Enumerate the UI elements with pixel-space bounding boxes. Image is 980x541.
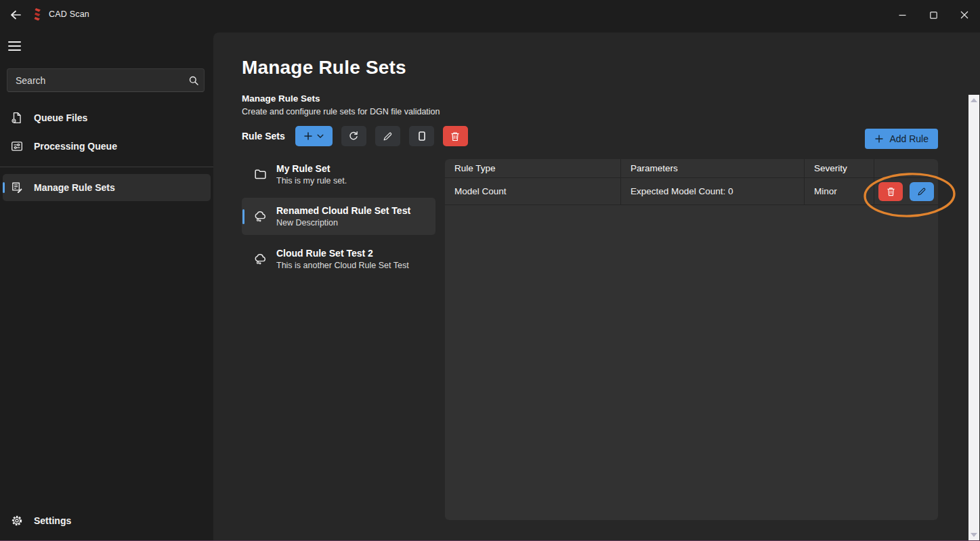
pencil-icon	[383, 131, 393, 142]
hamburger-menu-button[interactable]	[5, 37, 26, 56]
column-header-rule-type: Rule Type	[445, 159, 621, 177]
sidebar-item-queue-files[interactable]: Queue Files	[3, 104, 211, 131]
processing-queue-icon	[11, 140, 23, 152]
minimize-button[interactable]	[887, 0, 918, 30]
app-title: CAD Scan	[49, 9, 89, 19]
rule-set-description: This is my rule set.	[276, 176, 347, 186]
rule-set-name: Cloud Rule Set Test 2	[276, 248, 409, 259]
gear-icon	[11, 515, 23, 527]
scroll-up-icon[interactable]	[971, 98, 977, 102]
refresh-rule-sets-button[interactable]	[341, 126, 366, 146]
back-arrow-icon	[9, 9, 22, 20]
add-rule-button[interactable]: Add Rule	[865, 129, 938, 149]
trash-icon	[887, 187, 895, 196]
sidebar-item-manage-rule-sets[interactable]: Manage Rule Sets	[3, 174, 211, 201]
rule-set-item-renamed-cloud[interactable]: Renamed Cloud Rule Set Test New Descript…	[242, 198, 435, 235]
maximize-button[interactable]	[918, 0, 949, 30]
search-box	[7, 68, 205, 92]
selected-indicator	[3, 182, 5, 193]
actions-cell	[874, 178, 938, 204]
close-icon	[960, 11, 968, 19]
folder-icon	[254, 168, 267, 181]
file-queue-icon	[11, 112, 23, 124]
minimize-icon	[899, 12, 906, 19]
search-input[interactable]	[7, 75, 184, 86]
maximize-icon	[930, 12, 937, 19]
rule-set-name: Renamed Cloud Rule Set Test	[276, 205, 410, 216]
scroll-down-icon[interactable]	[971, 533, 977, 537]
edit-rule-button[interactable]	[910, 182, 934, 201]
sidebar: Queue Files Processing Queue Manage Ru	[0, 30, 213, 541]
sidebar-item-label: Manage Rule Sets	[34, 182, 115, 193]
cloud-icon	[254, 210, 267, 223]
add-rule-label: Add Rule	[889, 133, 929, 144]
sidebar-item-label: Queue Files	[34, 112, 87, 123]
cloud-icon	[254, 253, 267, 265]
titlebar: CAD Scan	[0, 0, 980, 30]
edit-rule-set-button[interactable]	[375, 126, 400, 146]
rule-set-description: This is another Cloud Rule Set Test	[276, 261, 409, 270]
vertical-scrollbar[interactable]	[968, 95, 979, 540]
rules-table-header: Rule Type Parameters Severity	[445, 159, 938, 178]
rule-table-row: Model Count Expected Model Count: 0 Mino…	[445, 178, 938, 205]
chevron-down-icon	[317, 134, 324, 139]
add-rule-set-split-button[interactable]	[295, 126, 333, 146]
pencil-icon	[917, 187, 926, 196]
plus-icon	[303, 131, 313, 141]
sidebar-item-processing-queue[interactable]: Processing Queue	[3, 133, 211, 160]
rule-set-item-cloud-test-2[interactable]: Cloud Rule Set Test 2 This is another Cl…	[242, 242, 435, 276]
copy-icon	[417, 131, 427, 142]
column-header-actions	[874, 159, 938, 177]
close-button[interactable]	[949, 0, 980, 30]
trash-icon	[450, 131, 460, 142]
column-header-parameters: Parameters	[621, 159, 805, 177]
settings-container: Settings	[0, 506, 213, 536]
delete-rule-button[interactable]	[878, 182, 903, 201]
rules-table-panel: Rule Type Parameters Severity Model Coun…	[445, 159, 938, 520]
column-header-severity: Severity	[805, 159, 874, 177]
rule-type-cell: Model Count	[445, 178, 621, 204]
app-logo-icon	[33, 7, 44, 22]
back-button[interactable]	[5, 6, 26, 24]
rule-sets-toolbar: Rule Sets	[242, 126, 477, 146]
duplicate-rule-set-button[interactable]	[409, 126, 434, 146]
selected-indicator	[242, 209, 244, 224]
rule-sets-icon	[11, 181, 23, 194]
rule-set-item-my-rule-set[interactable]: My Rule Set This is my rule set.	[242, 157, 435, 191]
delete-rule-set-button[interactable]	[443, 126, 468, 146]
sidebar-divider	[0, 167, 213, 167]
main-panel: Manage Rule Sets Manage Rule Sets Create…	[213, 33, 980, 541]
plus-icon	[874, 134, 884, 144]
page-title: Manage Rule Sets	[242, 57, 406, 79]
search-icon[interactable]	[184, 75, 204, 86]
sidebar-item-settings[interactable]: Settings	[3, 507, 211, 534]
refresh-icon	[348, 131, 359, 142]
app-window: CAD Scan	[0, 0, 980, 541]
sidebar-nav: Queue Files Processing Queue Manage Ru	[0, 103, 213, 202]
rule-set-description: New Description	[276, 218, 410, 228]
rule-set-name: My Rule Set	[276, 163, 347, 174]
section-title: Manage Rule Sets	[242, 93, 320, 104]
rule-sets-label: Rule Sets	[242, 131, 285, 142]
sidebar-item-label: Settings	[34, 515, 71, 526]
window-controls	[887, 0, 980, 30]
section-subtitle: Create and configure rule sets for DGN f…	[242, 107, 440, 116]
severity-cell: Minor	[805, 178, 874, 204]
sidebar-item-label: Processing Queue	[34, 141, 117, 152]
parameters-cell: Expected Model Count: 0	[621, 178, 805, 204]
rule-set-list: My Rule Set This is my rule set. Renamed…	[242, 157, 435, 282]
